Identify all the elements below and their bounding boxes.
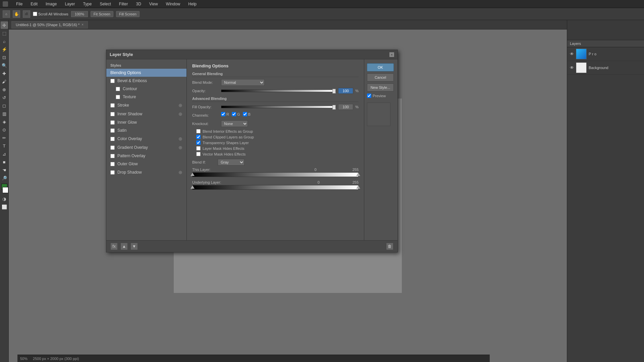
dodge-tool[interactable]: ⊙ — [1, 126, 8, 133]
style-item-color-overlay-checkbox[interactable] — [110, 137, 115, 141]
menu-image[interactable]: Image — [44, 1, 58, 7]
layer-row-background[interactable]: 👁 Background — [567, 61, 644, 75]
zoom-tool[interactable]: 🔎 — [1, 174, 8, 182]
lasso-tool[interactable]: ⌕ — [1, 38, 8, 45]
this-layer-slider[interactable] — [192, 172, 359, 177]
inner-shadow-plus-icon[interactable]: ⊕ — [178, 111, 182, 117]
opacity-slider-container[interactable] — [221, 89, 336, 92]
opacity-input[interactable] — [338, 88, 353, 94]
vector-mask-hides-checkbox[interactable] — [196, 152, 201, 156]
menu-file[interactable]: File — [15, 1, 24, 7]
underlying-layer-thumb-left[interactable] — [191, 185, 195, 189]
expand-icon[interactable]: ⬛ — [23, 10, 30, 18]
move-down-button[interactable]: ▼ — [130, 243, 138, 250]
layer-background-visibility-icon[interactable]: 👁 — [570, 65, 574, 70]
shape-tool[interactable]: ■ — [1, 158, 8, 166]
zoom-input[interactable] — [71, 11, 88, 17]
blend-if-select[interactable]: Gray Red Green Blue — [218, 159, 245, 166]
eraser-tool[interactable]: ◻ — [1, 102, 8, 109]
menu-filter[interactable]: Filter — [118, 1, 129, 7]
quick-mask-tool[interactable]: ◑ — [1, 195, 8, 202]
style-item-outer-glow-checkbox[interactable] — [110, 162, 115, 166]
fill-opacity-input[interactable] — [338, 104, 353, 110]
color-overlay-plus-icon[interactable]: ⊕ — [178, 136, 182, 141]
document-tab[interactable]: Untitled-1 @ 50% (Shape 1, RGB/16) * × — [11, 21, 88, 28]
menu-window[interactable]: Window — [165, 1, 182, 7]
blend-clipped-label[interactable]: Blend Clipped Layers as Group — [196, 135, 359, 139]
channel-g-label[interactable]: G — [232, 112, 240, 116]
channel-r-label[interactable]: R — [221, 112, 229, 116]
this-layer-thumb-right[interactable] — [356, 173, 360, 176]
new-style-button[interactable]: New Style... — [367, 83, 394, 92]
layer-pro-visibility-icon[interactable]: 👁 — [570, 52, 574, 56]
style-item-drop-shadow[interactable]: Drop Shadow ⊕ — [106, 168, 186, 177]
style-item-texture[interactable]: Texture — [106, 93, 186, 101]
underlying-layer-thumb-right[interactable] — [356, 185, 360, 189]
stroke-plus-icon[interactable]: ⊕ — [178, 103, 182, 108]
transparency-shapes-label[interactable]: Transparency Shapes Layer — [196, 140, 359, 145]
channel-g-checkbox[interactable] — [232, 112, 236, 116]
blend-interior-checkbox[interactable] — [196, 129, 201, 133]
text-tool[interactable]: T — [1, 142, 8, 149]
transparency-shapes-checkbox[interactable] — [196, 140, 201, 145]
menu-view[interactable]: View — [148, 1, 159, 7]
crop-tool[interactable]: ⊡ — [1, 54, 8, 61]
hand-tool[interactable]: ☚ — [1, 166, 8, 174]
style-item-blending-options[interactable]: Blending Options — [106, 69, 186, 77]
screen-mode-tool[interactable]: ⬜ — [1, 203, 8, 210]
menu-help[interactable]: Help — [187, 1, 198, 7]
style-item-bevel-emboss[interactable]: Bevel & Emboss — [106, 77, 186, 85]
eyedropper-tool[interactable]: 🔍 — [1, 62, 8, 69]
style-item-contour-checkbox[interactable] — [116, 87, 120, 91]
move-tool[interactable]: ✢ — [1, 21, 8, 29]
scroll-all-windows-checkbox[interactable] — [33, 12, 37, 16]
style-item-pattern-overlay-checkbox[interactable] — [110, 154, 115, 158]
fill-opacity-slider-track[interactable] — [221, 106, 336, 108]
scroll-all-windows-label[interactable]: Scroll All Windows — [33, 12, 68, 16]
fill-opacity-slider-container[interactable] — [221, 106, 336, 108]
knockout-select[interactable]: None Shallow Deep — [221, 120, 248, 127]
style-item-inner-shadow-checkbox[interactable] — [110, 112, 115, 116]
style-item-stroke[interactable]: Stroke ⊕ — [106, 101, 186, 110]
hand-icon[interactable]: ✋ — [13, 10, 20, 18]
layer-mask-hides-label[interactable]: Layer Mask Hides Effects — [196, 146, 359, 150]
opacity-slider-thumb[interactable] — [332, 89, 336, 94]
channel-b-label[interactable]: B — [243, 112, 251, 116]
history-tool[interactable]: ↺ — [1, 94, 8, 101]
style-item-contour[interactable]: Contour — [106, 85, 186, 93]
preview-checkbox[interactable] — [367, 94, 371, 98]
pen-tool[interactable]: ✏ — [1, 134, 8, 141]
brush-tool[interactable]: 🖌 — [1, 78, 8, 85]
cancel-button[interactable]: Cancel — [367, 73, 394, 81]
fill-opacity-slider-thumb[interactable] — [332, 105, 336, 110]
style-item-texture-checkbox[interactable] — [116, 95, 120, 99]
style-item-bevel-emboss-checkbox[interactable] — [110, 79, 115, 83]
path-tool[interactable]: ⊿ — [1, 150, 8, 158]
drop-shadow-plus-icon[interactable]: ⊕ — [178, 170, 182, 175]
blur-tool[interactable]: ◈ — [1, 118, 8, 125]
background-color[interactable] — [2, 187, 8, 193]
channel-r-checkbox[interactable] — [221, 112, 225, 116]
style-item-satin[interactable]: Satin — [106, 126, 186, 134]
clone-tool[interactable]: ⊕ — [1, 86, 8, 93]
layer-mask-hides-checkbox[interactable] — [196, 146, 201, 150]
blend-mode-select[interactable]: Normal Dissolve Multiply Screen Overlay — [221, 79, 265, 86]
menu-select[interactable]: Select — [98, 1, 112, 7]
menu-edit[interactable]: Edit — [29, 1, 39, 7]
document-tab-close[interactable]: × — [82, 23, 84, 26]
style-item-color-overlay[interactable]: Color Overlay ⊕ — [106, 134, 186, 143]
style-item-inner-glow-checkbox[interactable] — [110, 120, 115, 125]
opacity-slider-track[interactable] — [221, 89, 336, 92]
blend-clipped-checkbox[interactable] — [196, 135, 201, 139]
gradient-overlay-plus-icon[interactable]: ⊕ — [178, 145, 182, 150]
underlying-layer-slider[interactable] — [192, 185, 359, 190]
menu-type[interactable]: Type — [82, 1, 93, 7]
menu-layer[interactable]: Layer — [63, 1, 76, 7]
style-item-gradient-overlay-checkbox[interactable] — [110, 145, 115, 150]
style-item-drop-shadow-checkbox[interactable] — [110, 170, 115, 175]
dialog-close-button[interactable]: × — [389, 52, 394, 57]
marquee-tool[interactable]: ⬚ — [1, 29, 8, 37]
style-item-satin-checkbox[interactable] — [110, 128, 115, 133]
fit-screen-button[interactable]: Fit Screen — [91, 11, 113, 17]
this-layer-thumb-left[interactable] — [191, 173, 195, 176]
